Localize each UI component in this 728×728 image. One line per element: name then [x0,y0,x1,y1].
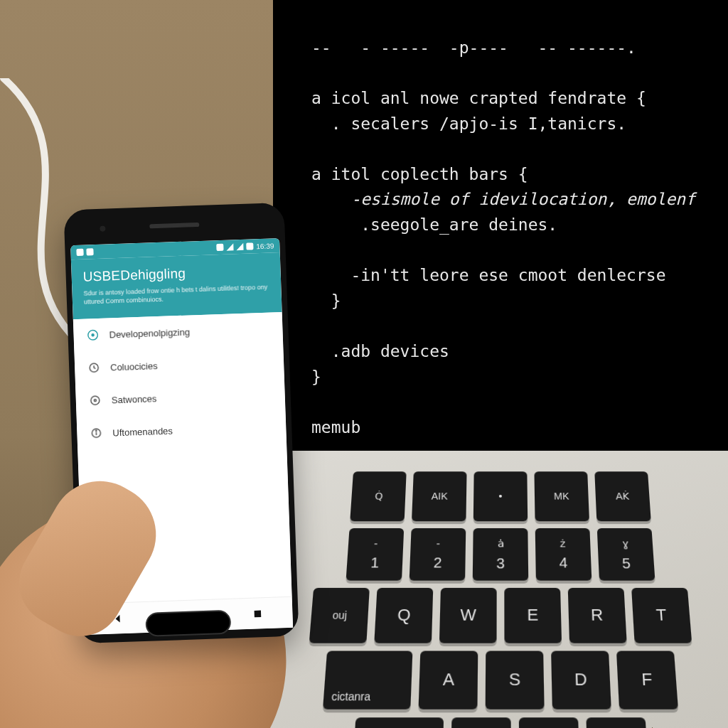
terminal-line: memub [311,418,360,437]
home-button[interactable] [145,610,231,637]
key[interactable]: X [519,717,580,728]
key[interactable]: F [616,651,678,710]
svg-point-3 [91,396,100,405]
page-title: USBEDehiggling [82,263,269,285]
list-item-label: Satwonces [112,393,157,405]
terminal-line: .adb devices [311,342,449,360]
key[interactable]: C [586,717,648,728]
key[interactable]: R [568,588,627,643]
terminal-line: -esismole of idevilocation, emolenf [311,190,695,208]
laptop-keyboard: Q̇ AIK • MK AK̇ -1 -2 ȧ3 ż4 ɣ5 ouj Q W E… [242,451,728,728]
key[interactable]: ouj [309,588,370,643]
key[interactable]: A [419,651,478,710]
key[interactable]: AIK [412,471,467,521]
app-header: USBEDehiggling Sdur is antosy loaded fro… [71,252,282,319]
key-row-1: -1 -2 ȧ3 ż4 ɣ5 [346,528,655,581]
key[interactable]: ȧ3 [473,528,529,581]
terminal-line: a itol coplecth bars { [311,165,528,183]
key[interactable]: -1 [346,528,405,581]
nfc-icon [216,244,223,251]
key[interactable]: ż4 [535,528,592,581]
info-icon [90,427,103,440]
clock: 16:39 [256,242,274,250]
cloud-icon [87,361,101,375]
key[interactable]: AK̇ [594,471,651,521]
key[interactable]: S [486,651,545,710]
key[interactable]: MK [534,471,589,521]
key-row-4: dia Z X C [352,717,649,728]
key[interactable]: D [551,651,611,710]
terminal-line: -- - ----- -p---- -- ------. [311,38,636,57]
svg-point-7 [96,430,97,431]
settings-icon [89,394,102,407]
key[interactable]: Q̇ [350,471,406,521]
key[interactable]: cictanra [323,651,412,710]
key[interactable]: -2 [410,528,466,581]
key[interactable]: ɣ5 [597,528,655,581]
signal-icon [236,243,243,250]
list-item-info[interactable]: Uftomenandes [77,410,287,450]
terminal-line: a icol anl nowe crapted fendrate { [311,89,646,107]
list-item-label: Coluocicies [110,360,158,373]
developer-icon [86,328,100,342]
notification-icon [76,249,83,256]
key-row-3: cictanra A S D F [323,651,678,710]
key[interactable]: Q [374,588,433,643]
battery-icon [246,242,253,250]
svg-point-4 [94,400,96,402]
key[interactable]: • [473,471,528,521]
notification-icon [86,248,93,255]
svg-point-1 [91,333,95,337]
key-row-0: Q̇ AIK • MK AK̇ [350,471,651,521]
terminal-line: -in'tt leore ese cmoot denlecrse [311,266,666,284]
key[interactable]: W [439,588,497,643]
list-item-label: Uftomenandes [112,425,173,438]
terminal-line: } [311,368,321,386]
terminal-line: .seegole_are deines. [311,215,557,234]
key[interactable]: Z [451,717,511,728]
key[interactable]: E [504,588,562,643]
laptop-terminal: -- - ----- -p---- -- ------. a icol anl … [273,0,728,455]
key-row-2: ouj Q W E R T [309,588,692,643]
terminal-line: } [311,291,341,310]
wifi-icon [226,243,233,250]
list-item-label: Developenolpigzing [109,326,190,340]
key[interactable]: T [631,588,692,643]
svg-rect-9 [255,610,262,617]
terminal-line: . secalers /apjo-is I,tanicrs. [311,114,626,133]
recents-icon[interactable] [252,608,264,620]
page-subtitle: Sdur is antosy loaded frow ontie h bets … [83,283,270,306]
key[interactable]: dia [352,717,444,728]
